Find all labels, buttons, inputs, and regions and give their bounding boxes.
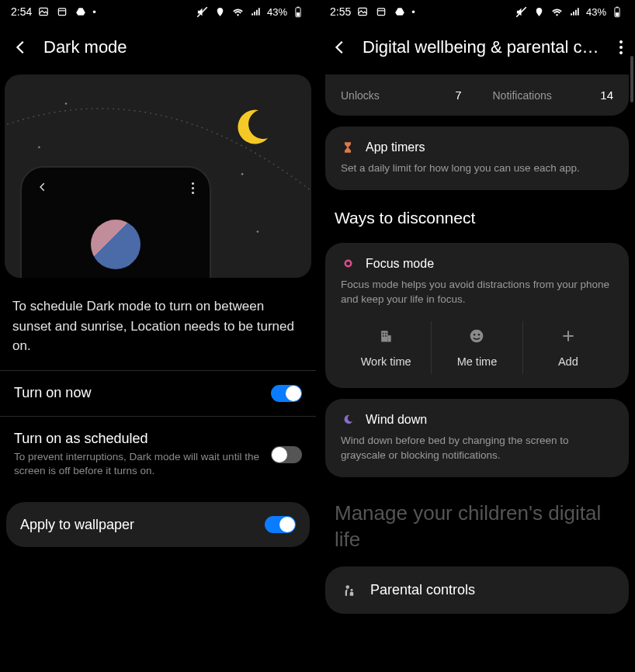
focus-work-label: Work time bbox=[361, 355, 411, 368]
back-icon[interactable] bbox=[331, 39, 349, 56]
app-timers-card[interactable]: App timers Set a daily limit for how lon… bbox=[325, 126, 629, 190]
page-title: Digital wellbeing & parental con... bbox=[363, 37, 602, 57]
battery-percent: 43% bbox=[267, 6, 287, 18]
mute-icon bbox=[196, 5, 210, 19]
svg-rect-12 bbox=[378, 9, 385, 16]
unlocks-value: 7 bbox=[455, 88, 461, 102]
svg-point-18 bbox=[345, 261, 351, 267]
scroll-indicator[interactable] bbox=[630, 56, 633, 102]
page-header: Dark mode bbox=[0, 22, 316, 74]
svg-point-25 bbox=[470, 329, 484, 342]
scheduled-label: Turn on as scheduled bbox=[14, 431, 263, 447]
mute-icon bbox=[515, 5, 529, 19]
moon-icon bbox=[227, 104, 274, 151]
manage-children-heading: Manage your children's digital life bbox=[319, 477, 635, 567]
svg-rect-19 bbox=[381, 331, 387, 341]
app-timers-desc: Set a daily limit for how long you can u… bbox=[341, 161, 613, 176]
unlocks-label: Unlocks bbox=[341, 89, 380, 102]
svg-point-10 bbox=[38, 147, 40, 149]
status-dot: • bbox=[92, 6, 96, 18]
status-dot: • bbox=[411, 6, 415, 18]
wallpaper-label: Apply to wallpaper bbox=[20, 517, 134, 533]
svg-rect-5 bbox=[297, 6, 300, 7]
focus-action-add[interactable]: Add bbox=[522, 321, 613, 374]
battery-icon bbox=[291, 5, 305, 19]
drive-icon bbox=[393, 5, 407, 19]
svg-rect-17 bbox=[616, 12, 619, 16]
status-bar: 2:55 • 43% bbox=[319, 0, 635, 22]
wallpaper-toggle[interactable] bbox=[265, 516, 296, 533]
svg-rect-6 bbox=[297, 12, 300, 16]
signal-icon bbox=[249, 5, 263, 19]
phone-preview bbox=[20, 166, 211, 278]
focus-action-me[interactable]: Me time bbox=[431, 321, 522, 374]
svg-rect-24 bbox=[385, 335, 387, 337]
focus-me-label: Me time bbox=[457, 355, 498, 368]
turn-on-now-toggle[interactable] bbox=[271, 385, 302, 402]
image-icon bbox=[356, 5, 370, 19]
preview-back-icon bbox=[37, 182, 48, 195]
svg-point-9 bbox=[257, 230, 259, 233]
focus-mode-title: Focus mode bbox=[366, 257, 434, 271]
drive-icon bbox=[74, 5, 88, 19]
wind-down-card[interactable]: Wind down Wind down before bed by changi… bbox=[325, 399, 629, 477]
moon-small-icon bbox=[341, 413, 355, 427]
dark-mode-illustration bbox=[5, 74, 311, 278]
calendar-icon bbox=[55, 5, 69, 19]
app-timers-title: App timers bbox=[366, 140, 425, 154]
preview-more-icon bbox=[192, 182, 194, 194]
stats-card[interactable]: Unlocks 7 Notifications 14 bbox=[325, 74, 629, 116]
svg-rect-22 bbox=[385, 333, 387, 334]
svg-point-27 bbox=[478, 334, 481, 336]
notifications-value: 14 bbox=[600, 88, 613, 102]
location-icon bbox=[533, 5, 547, 19]
focus-ring-icon bbox=[341, 257, 355, 271]
battery-icon bbox=[610, 5, 624, 19]
more-icon[interactable] bbox=[616, 37, 623, 57]
phone-left-darkmode: 2:54 • 43% Dark mode bbox=[0, 0, 316, 672]
svg-rect-1 bbox=[59, 9, 66, 16]
parental-controls-card[interactable]: Parental controls bbox=[325, 566, 629, 614]
location-icon bbox=[213, 5, 227, 19]
notifications-label: Notifications bbox=[493, 89, 552, 102]
ways-to-disconnect-title: Ways to disconnect bbox=[319, 190, 635, 232]
schedule-info-text: To schedule Dark mode to turn on between… bbox=[0, 278, 316, 370]
smile-icon bbox=[468, 327, 485, 345]
svg-rect-20 bbox=[388, 335, 391, 341]
back-icon[interactable] bbox=[12, 39, 29, 56]
focus-mode-desc: Focus mode helps you avoid distractions … bbox=[341, 277, 613, 307]
svg-point-31 bbox=[351, 589, 353, 591]
svg-rect-16 bbox=[616, 6, 619, 7]
image-icon bbox=[36, 5, 50, 19]
hourglass-icon bbox=[341, 140, 355, 154]
turn-on-now-label: Turn on now bbox=[14, 385, 263, 401]
scheduled-toggle[interactable] bbox=[271, 446, 302, 463]
family-icon bbox=[342, 584, 356, 598]
battery-percent: 43% bbox=[586, 6, 606, 18]
svg-point-8 bbox=[241, 173, 244, 175]
parental-controls-title: Parental controls bbox=[370, 582, 475, 598]
apply-wallpaper-row[interactable]: Apply to wallpaper bbox=[6, 502, 310, 547]
preview-avatar bbox=[91, 220, 141, 269]
focus-add-label: Add bbox=[558, 355, 578, 368]
wifi-icon bbox=[550, 5, 564, 19]
svg-point-26 bbox=[474, 334, 476, 336]
status-time: 2:55 bbox=[330, 5, 351, 18]
focus-action-work[interactable]: Work time bbox=[341, 321, 431, 374]
page-title: Dark mode bbox=[43, 37, 304, 57]
status-time: 2:54 bbox=[11, 5, 32, 18]
scheduled-sub: To prevent interruptions, Dark mode will… bbox=[14, 450, 263, 480]
calendar-icon bbox=[374, 5, 388, 19]
wind-down-desc: Wind down before bed by changing the scr… bbox=[341, 433, 613, 463]
plus-icon bbox=[560, 327, 577, 345]
phone-right-wellbeing: 2:55 • 43% Digital wellbeing & parental … bbox=[319, 0, 635, 672]
turn-on-scheduled-row[interactable]: Turn on as scheduled To prevent interrup… bbox=[0, 416, 316, 494]
turn-on-now-row[interactable]: Turn on now bbox=[0, 370, 316, 416]
svg-rect-21 bbox=[383, 333, 384, 334]
svg-point-7 bbox=[65, 102, 68, 105]
page-header: Digital wellbeing & parental con... bbox=[319, 22, 635, 74]
wifi-icon bbox=[231, 5, 245, 19]
status-bar: 2:54 • 43% bbox=[0, 0, 316, 22]
focus-mode-card[interactable]: Focus mode Focus mode helps you avoid di… bbox=[325, 243, 629, 388]
signal-icon bbox=[568, 5, 582, 19]
